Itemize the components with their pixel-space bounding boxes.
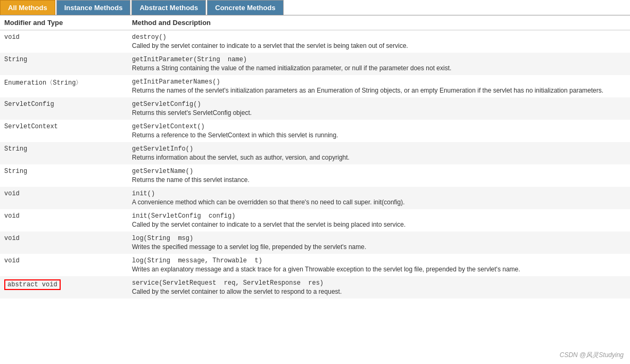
modifier-cell: ServletContext xyxy=(0,120,128,142)
method-description: Returns a reference to the ServletContex… xyxy=(132,131,626,139)
method-signature: init(ServletConfig config) xyxy=(132,212,626,220)
method-description: Returns the name of this servlet instanc… xyxy=(132,176,626,184)
method-signature: init() xyxy=(132,190,626,197)
table-row: StringgetInitParameter(String name)Retur… xyxy=(0,53,630,75)
method-cell: getServletConfig()Returns this servlet's… xyxy=(128,97,630,120)
method-signature: getServletName() xyxy=(132,168,626,175)
method-description: Returns a String containing the value of… xyxy=(132,64,626,72)
method-signature: log(String msg) xyxy=(132,235,626,242)
tab-all-methods[interactable]: All Methods xyxy=(0,0,55,15)
method-cell: getServletName()Returns the name of this… xyxy=(128,164,630,187)
modifier-cell: void xyxy=(0,30,128,53)
method-description: Called by the servlet container to indic… xyxy=(132,42,626,49)
method-cell: getServletContext()Returns a reference t… xyxy=(128,120,630,142)
col-modifier-header: Modifier and Type xyxy=(0,15,128,30)
method-table: Modifier and Type Method and Description… xyxy=(0,15,630,299)
modifier-cell: abstract void xyxy=(0,276,128,299)
table-row: Enumeration〈String〉getInitParameterNames… xyxy=(0,75,630,97)
tab-instance-methods[interactable]: Instance Methods xyxy=(56,0,131,15)
modifier-cell: void xyxy=(0,254,128,276)
modifier-cell: String xyxy=(0,164,128,187)
method-signature: destroy() xyxy=(132,34,626,41)
modifier-cell: Enumeration〈String〉 xyxy=(0,75,128,97)
tab-concrete-methods[interactable]: Concrete Methods xyxy=(207,0,283,15)
method-cell: getInitParameter(String name)Returns a S… xyxy=(128,53,630,75)
method-description: Returns this servlet's ServletConfig obj… xyxy=(132,109,626,117)
method-signature: getServletContext() xyxy=(132,123,626,130)
table-row: voiddestroy()Called by the servlet conta… xyxy=(0,30,630,53)
method-signature: getServletConfig() xyxy=(132,101,626,108)
method-description: Returns information about the servlet, s… xyxy=(132,154,626,161)
method-cell: getServletInfo()Returns information abou… xyxy=(128,142,630,164)
table-row: voidlog(String msg)Writes the specified … xyxy=(0,231,630,254)
method-signature: getInitParameter(String name) xyxy=(132,56,626,63)
table-row: voidinit()A convenience method which can… xyxy=(0,187,630,209)
method-signature: getServletInfo() xyxy=(132,145,626,153)
method-cell: service(ServletRequest req, ServletRespo… xyxy=(128,276,630,299)
method-tabs: All MethodsInstance MethodsAbstract Meth… xyxy=(0,0,630,15)
method-cell: destroy()Called by the servlet container… xyxy=(128,30,630,53)
modifier-cell: void xyxy=(0,231,128,254)
method-cell: log(String message, Throwable t)Writes a… xyxy=(128,254,630,276)
modifier-cell: String xyxy=(0,142,128,164)
modifier-cell: void xyxy=(0,187,128,209)
col-method-header: Method and Description xyxy=(128,15,630,30)
table-row: abstract voidservice(ServletRequest req,… xyxy=(0,276,630,299)
modifier-cell: String xyxy=(0,53,128,75)
method-signature: service(ServletRequest req, ServletRespo… xyxy=(132,279,626,287)
method-description: Writes an explanatory message and a stac… xyxy=(132,266,626,273)
method-description: Called by the servlet container to indic… xyxy=(132,221,626,228)
method-signature: getInitParameterNames() xyxy=(132,78,626,86)
table-row: StringgetServletName()Returns the name o… xyxy=(0,164,630,187)
tab-abstract-methods[interactable]: Abstract Methods xyxy=(131,0,206,15)
table-row: ServletContextgetServletContext()Returns… xyxy=(0,120,630,142)
method-description: Called by the servlet container to allow… xyxy=(132,288,626,295)
method-description: A convenience method which can be overri… xyxy=(132,198,626,206)
modifier-cell: void xyxy=(0,209,128,231)
table-row: ServletConfiggetServletConfig()Returns t… xyxy=(0,97,630,120)
method-cell: log(String msg)Writes the specified mess… xyxy=(128,231,630,254)
table-row: StringgetServletInfo()Returns informatio… xyxy=(0,142,630,164)
method-description: Returns the names of the servlet's initi… xyxy=(132,87,626,94)
table-row: voidlog(String message, Throwable t)Writ… xyxy=(0,254,630,276)
method-cell: init()A convenience method which can be … xyxy=(128,187,630,209)
method-cell: init(ServletConfig config)Called by the … xyxy=(128,209,630,231)
modifier-cell: ServletConfig xyxy=(0,97,128,120)
method-description: Writes the specified message to a servle… xyxy=(132,243,626,251)
table-row: voidinit(ServletConfig config)Called by … xyxy=(0,209,630,231)
method-cell: getInitParameterNames()Returns the names… xyxy=(128,75,630,97)
method-signature: log(String message, Throwable t) xyxy=(132,257,626,264)
